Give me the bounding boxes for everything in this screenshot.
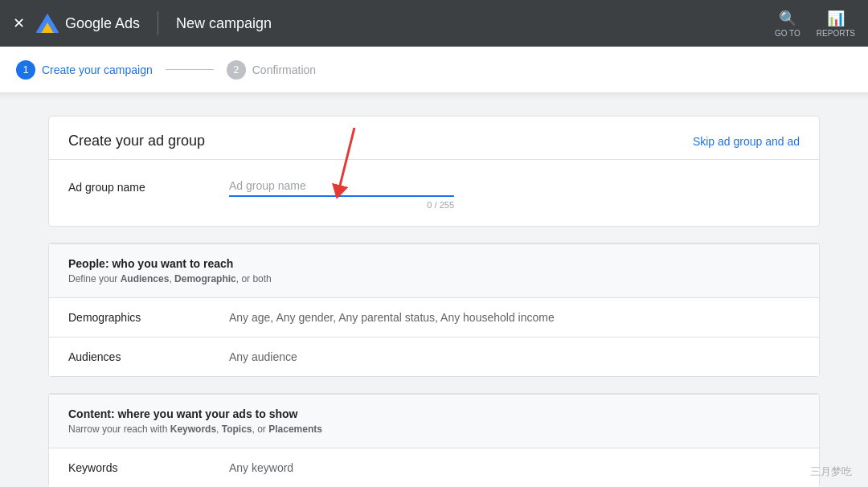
content-section-info: Content: where you want your ads to show… <box>49 394 819 448</box>
people-title-rest: : who you want to reach <box>105 257 233 270</box>
demographics-label: Demographics <box>68 311 229 324</box>
people-bold-label: People <box>68 257 105 270</box>
step-connector <box>166 69 214 70</box>
content-title-rest: : where you want your ads to show <box>111 407 298 420</box>
app-name-label: Google Ads <box>65 15 140 32</box>
demographics-value: Any age, Any gender, Any parental status… <box>229 311 555 324</box>
audiences-value: Any audience <box>229 350 297 363</box>
breadcrumb-bar: 1 Create your campaign 2 Confirmation <box>0 47 868 93</box>
audiences-row: Audiences Any audience <box>49 337 819 376</box>
people-section: People: who you want to reach Define you… <box>48 243 820 377</box>
app-logo: Google Ads <box>35 12 140 35</box>
people-section-info: People: who you want to reach Define you… <box>49 244 819 297</box>
step-1-circle: 1 <box>16 60 35 80</box>
ad-group-section-title: Create your ad group <box>68 133 205 149</box>
people-section-desc: Define your Audiences, Demographic, or b… <box>68 273 800 284</box>
step-2-circle: 2 <box>227 60 246 80</box>
reports-label: REPORTS <box>817 29 855 38</box>
connector-line <box>166 69 214 70</box>
search-icon: 🔍 <box>779 10 796 27</box>
app-header: ✕ Google Ads New campaign 🔍 GO TO 📊 REPO… <box>0 0 868 47</box>
content-section-desc: Narrow your reach with Keywords, Topics,… <box>68 424 800 435</box>
google-ads-logo-icon <box>35 12 60 35</box>
people-section-title: People: who you want to reach <box>68 257 800 270</box>
keywords-label: Keywords <box>68 461 229 474</box>
close-button[interactable]: ✕ <box>13 14 25 32</box>
ad-group-name-row: Ad group name 0 / 255 <box>49 159 819 226</box>
keywords-value: Any keyword <box>229 461 293 474</box>
reports-icon: 📊 <box>827 10 845 27</box>
char-count: 0 / 255 <box>229 200 454 210</box>
ad-group-name-input-area: 0 / 255 <box>229 176 800 210</box>
step-2: 2 Confirmation <box>227 60 316 80</box>
audiences-label: Audiences <box>68 350 229 363</box>
step-1: 1 Create your campaign <box>16 60 153 80</box>
watermark: 三月梦吃 <box>810 464 852 479</box>
skip-ad-group-link[interactable]: Skip ad group and ad <box>693 135 800 148</box>
goto-button[interactable]: 🔍 GO TO <box>775 10 800 38</box>
step-2-label: Confirmation <box>252 63 316 76</box>
main-content: Create your ad group Skip ad group and a… <box>0 100 868 487</box>
ad-group-name-label: Ad group name <box>68 176 229 194</box>
content-bold-label: Content <box>68 407 111 420</box>
ad-group-section-header: Create your ad group Skip ad group and a… <box>49 117 819 159</box>
page-title: New campaign <box>176 15 765 32</box>
demographics-row: Demographics Any age, Any gender, Any pa… <box>49 297 819 337</box>
reports-button[interactable]: 📊 REPORTS <box>817 10 855 38</box>
header-divider <box>158 11 158 35</box>
step-1-label: Create your campaign <box>42 63 153 76</box>
scroll-hint <box>0 93 868 100</box>
keywords-row: Keywords Any keyword <box>49 448 819 487</box>
ad-group-name-input[interactable] <box>229 176 454 197</box>
header-actions: 🔍 GO TO 📊 REPORTS <box>775 10 855 38</box>
ad-group-section: Create your ad group Skip ad group and a… <box>48 116 820 227</box>
content-section-title: Content: where you want your ads to show <box>68 407 800 420</box>
goto-label: GO TO <box>775 29 800 38</box>
content-section: Content: where you want your ads to show… <box>48 393 820 487</box>
